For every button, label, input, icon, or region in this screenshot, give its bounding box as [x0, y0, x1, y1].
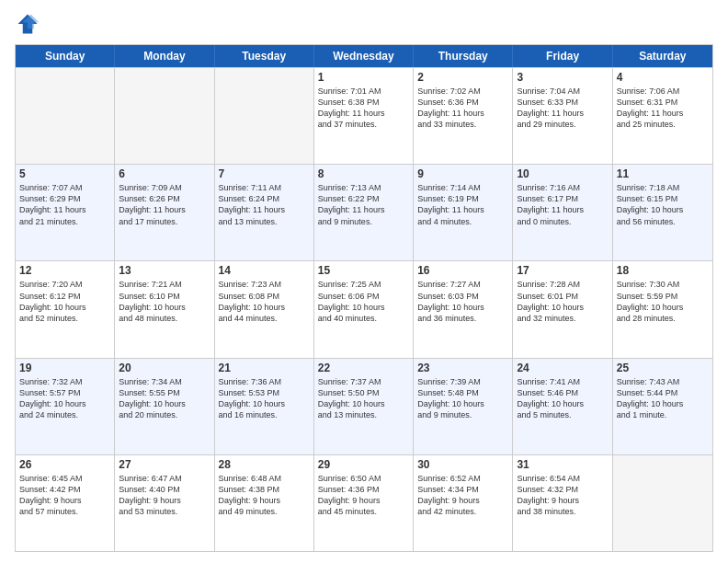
cell-info-line: and 40 minutes. [318, 313, 409, 324]
day-number: 22 [318, 362, 409, 374]
cal-cell-day-3: 3Sunrise: 7:04 AMSunset: 6:33 PMDaylight… [513, 68, 612, 164]
cal-cell-day-11: 11Sunrise: 7:18 AMSunset: 6:15 PMDayligh… [613, 165, 712, 260]
cell-info-line: and 57 minutes. [19, 506, 110, 517]
day-number: 28 [219, 458, 310, 471]
cell-info-line: Daylight: 11 hours [19, 204, 110, 215]
cell-info-line: and 20 minutes. [119, 409, 210, 420]
cal-cell-day-4: 4Sunrise: 7:06 AMSunset: 6:31 PMDaylight… [613, 68, 712, 164]
cell-info-line: Daylight: 9 hours [517, 495, 608, 506]
cal-cell-day-5: 5Sunrise: 7:07 AMSunset: 6:29 PMDaylight… [16, 165, 115, 260]
day-number: 14 [219, 264, 310, 277]
cell-info-line: Sunset: 6:12 PM [19, 291, 110, 302]
cal-cell-day-28: 28Sunrise: 6:48 AMSunset: 4:38 PMDayligh… [215, 455, 314, 551]
cal-cell-day-17: 17Sunrise: 7:28 AMSunset: 6:01 PMDayligh… [513, 261, 612, 357]
cell-info-line: Daylight: 10 hours [219, 302, 310, 313]
cell-info-line: Sunrise: 7:20 AM [19, 279, 110, 290]
cell-info-line: Sunset: 4:38 PM [219, 484, 310, 495]
day-number: 4 [617, 71, 709, 84]
cell-info-line: Sunrise: 6:48 AM [219, 473, 310, 484]
cell-info-line: Sunrise: 7:37 AM [318, 376, 409, 387]
cell-info-line: Sunset: 4:36 PM [318, 484, 409, 495]
cell-info-line: Sunrise: 7:36 AM [219, 376, 310, 387]
cell-info-line: and 16 minutes. [219, 409, 310, 420]
cell-info-line: Sunset: 6:36 PM [417, 97, 508, 108]
cell-info-line: Daylight: 11 hours [219, 204, 310, 215]
cal-cell-day-22: 22Sunrise: 7:37 AMSunset: 5:50 PMDayligh… [314, 359, 414, 454]
cell-info-line: Daylight: 11 hours [517, 204, 608, 215]
cell-info-line: Sunrise: 7:28 AM [517, 279, 608, 290]
cell-info-line: Daylight: 11 hours [517, 108, 608, 119]
cal-cell-day-8: 8Sunrise: 7:13 AMSunset: 6:22 PMDaylight… [314, 165, 414, 260]
day-number: 9 [417, 167, 508, 180]
cell-info-line: and 24 minutes. [19, 409, 110, 420]
calendar-row-5: 26Sunrise: 6:45 AMSunset: 4:42 PMDayligh… [16, 454, 712, 551]
cell-info-line: Sunset: 6:15 PM [617, 193, 709, 204]
cal-cell-day-1: 1Sunrise: 7:01 AMSunset: 6:38 PMDaylight… [314, 68, 414, 164]
cell-info-line: Sunset: 6:17 PM [517, 193, 608, 204]
cell-info-line: Daylight: 10 hours [119, 302, 210, 313]
calendar-row-2: 5Sunrise: 7:07 AMSunset: 6:29 PMDaylight… [16, 164, 712, 260]
weekday-header-wednesday: Wednesday [314, 45, 414, 67]
cell-info-line: Sunrise: 6:52 AM [417, 473, 508, 484]
cell-info-line: Sunset: 6:24 PM [219, 193, 310, 204]
cal-cell-day-12: 12Sunrise: 7:20 AMSunset: 6:12 PMDayligh… [16, 261, 115, 357]
cell-info-line: Daylight: 10 hours [517, 398, 608, 409]
day-number: 7 [219, 167, 310, 180]
day-number: 3 [517, 71, 608, 84]
cell-info-line: and 17 minutes. [119, 216, 210, 227]
cell-info-line: and 36 minutes. [417, 313, 508, 324]
cell-info-line: and 28 minutes. [617, 313, 709, 324]
cell-info-line: and 4 minutes. [417, 216, 508, 227]
day-number: 27 [119, 458, 210, 471]
cal-cell-day-21: 21Sunrise: 7:36 AMSunset: 5:53 PMDayligh… [215, 359, 314, 454]
cell-info-line: and 53 minutes. [119, 506, 210, 517]
cell-info-line: and 32 minutes. [517, 313, 608, 324]
cal-cell-day-7: 7Sunrise: 7:11 AMSunset: 6:24 PMDaylight… [215, 165, 314, 260]
cal-cell-day-15: 15Sunrise: 7:25 AMSunset: 6:06 PMDayligh… [314, 261, 414, 357]
cell-info-line: Sunrise: 7:30 AM [617, 279, 709, 290]
cal-cell-day-14: 14Sunrise: 7:23 AMSunset: 6:08 PMDayligh… [215, 261, 314, 357]
cell-info-line: Sunrise: 7:32 AM [19, 376, 110, 387]
cell-info-line: Sunrise: 7:02 AM [417, 86, 508, 97]
cell-info-line: Sunrise: 7:13 AM [318, 182, 409, 193]
day-number: 30 [417, 458, 508, 471]
cell-info-line: Daylight: 9 hours [19, 495, 110, 506]
calendar-row-1: 1Sunrise: 7:01 AMSunset: 6:38 PMDaylight… [16, 67, 712, 164]
cell-info-line: Daylight: 9 hours [318, 495, 409, 506]
cell-info-line: Sunset: 5:59 PM [617, 291, 709, 302]
cell-info-line: Daylight: 10 hours [517, 302, 608, 313]
calendar-body: 1Sunrise: 7:01 AMSunset: 6:38 PMDaylight… [16, 67, 712, 551]
day-number: 13 [119, 264, 210, 277]
cell-info-line: Sunrise: 6:45 AM [19, 473, 110, 484]
cell-info-line: Sunrise: 7:18 AM [617, 182, 709, 193]
logo [15, 11, 44, 37]
cell-info-line: and 45 minutes. [318, 506, 409, 517]
cell-info-line: Sunset: 6:01 PM [517, 291, 608, 302]
cell-info-line: and 1 minute. [617, 409, 709, 420]
cell-info-line: and 25 minutes. [617, 119, 709, 130]
calendar: SundayMondayTuesdayWednesdayThursdayFrid… [15, 44, 713, 552]
cell-info-line: Daylight: 9 hours [417, 495, 508, 506]
cell-info-line: Daylight: 11 hours [119, 204, 210, 215]
cell-info-line: Sunrise: 7:25 AM [318, 279, 409, 290]
cell-info-line: Sunrise: 6:54 AM [517, 473, 608, 484]
cell-info-line: Daylight: 10 hours [318, 398, 409, 409]
cell-info-line: Sunset: 6:06 PM [318, 291, 409, 302]
cell-info-line: Sunset: 4:32 PM [517, 484, 608, 495]
day-number: 31 [517, 458, 608, 471]
cal-cell-day-26: 26Sunrise: 6:45 AMSunset: 4:42 PMDayligh… [16, 455, 115, 551]
cell-info-line: and 38 minutes. [517, 506, 608, 517]
cell-info-line: Daylight: 11 hours [318, 204, 409, 215]
day-number: 10 [517, 167, 608, 180]
cell-info-line: Daylight: 10 hours [417, 398, 508, 409]
cell-info-line: Sunrise: 7:23 AM [219, 279, 310, 290]
cell-info-line: Sunrise: 7:11 AM [219, 182, 310, 193]
cell-info-line: Sunrise: 7:04 AM [517, 86, 608, 97]
cal-cell-day-24: 24Sunrise: 7:41 AMSunset: 5:46 PMDayligh… [513, 359, 612, 454]
cell-info-line: and 29 minutes. [517, 119, 608, 130]
cell-info-line: Sunrise: 7:39 AM [417, 376, 508, 387]
cell-info-line: and 5 minutes. [517, 409, 608, 420]
cell-info-line: and 48 minutes. [119, 313, 210, 324]
cal-cell-day-30: 30Sunrise: 6:52 AMSunset: 4:34 PMDayligh… [414, 455, 513, 551]
cal-cell-day-13: 13Sunrise: 7:21 AMSunset: 6:10 PMDayligh… [115, 261, 214, 357]
